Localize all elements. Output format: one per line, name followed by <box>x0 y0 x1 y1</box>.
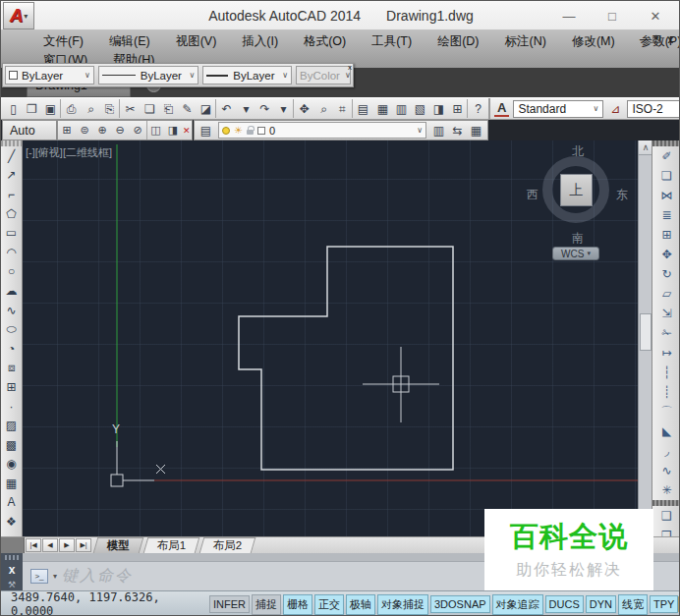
menu-item[interactable]: 格式(O) <box>291 31 359 52</box>
make-block-icon[interactable]: ⊞ <box>1 377 22 397</box>
linetype-control-dropdown[interactable]: ByLayer ∨ <box>98 66 199 84</box>
viewport-toolbar-close-button[interactable]: ✕ <box>183 126 191 136</box>
layer-properties-manager-icon[interactable]: ▤ <box>197 121 215 140</box>
single-viewport-icon[interactable]: ⊜ <box>76 121 93 140</box>
text-style-dropdown[interactable]: Standard ∨ <box>513 100 603 118</box>
menu-item[interactable]: 标注(N) <box>492 31 559 52</box>
redo-icon[interactable]: ↷ <box>255 99 274 118</box>
save-icon[interactable]: ▣ <box>41 99 60 118</box>
status-toggle-button[interactable]: 极轴 <box>346 594 375 615</box>
viewcube-east-label[interactable]: 东 <box>616 187 628 203</box>
bring-to-front-icon[interactable]: ❑ <box>652 506 680 526</box>
mirror-icon[interactable]: ⋈ <box>652 186 680 205</box>
region-icon[interactable]: ◉ <box>1 455 22 475</box>
line-icon[interactable]: ╱ <box>1 146 22 166</box>
clip-viewport-icon[interactable]: ⊘ <box>129 121 146 140</box>
blend-icon[interactable]: ∿ <box>652 461 680 480</box>
extend-icon[interactable]: ↦ <box>652 343 680 363</box>
wcs-dropdown[interactable]: WCS ▾ <box>552 247 599 260</box>
viewcube-south-label[interactable]: 南 <box>572 230 584 247</box>
explode-icon[interactable]: ✳ <box>652 480 680 500</box>
match-properties-icon[interactable]: ✎ <box>178 99 197 118</box>
layer-states-icon[interactable]: ▥ <box>429 121 448 140</box>
chamfer-icon[interactable]: ◣ <box>652 421 680 441</box>
copy-icon[interactable]: ❏ <box>652 166 680 186</box>
command-close-button[interactable]: x <box>9 563 16 577</box>
undo-caret-icon[interactable]: ▾ <box>237 99 255 118</box>
publish-icon[interactable]: ⎘ <box>100 99 119 118</box>
scroll-up-button[interactable]: ∧ <box>639 140 652 155</box>
rotate-icon[interactable]: ↻ <box>652 264 680 284</box>
vertical-scrollbar[interactable]: ∧ <box>638 140 652 536</box>
circle-icon[interactable]: ○ <box>1 262 22 282</box>
calculator-icon[interactable]: ⊞ <box>448 99 467 118</box>
layout-tab[interactable]: 模型 <box>93 537 144 553</box>
hatch-icon[interactable]: ▨ <box>1 416 22 435</box>
insert-block-icon[interactable]: ⧈ <box>1 359 22 378</box>
polygon-icon[interactable]: ⬠ <box>1 204 22 224</box>
designcenter-icon[interactable]: ▦ <box>373 99 392 118</box>
scrollbar-thumb[interactable] <box>640 313 652 351</box>
viewcube-west-label[interactable]: 西 <box>527 187 538 203</box>
block-editor-icon[interactable]: ◪ <box>197 99 215 118</box>
status-toggle-button[interactable]: 线宽 <box>618 594 648 615</box>
zoom-window-icon[interactable]: ⌗ <box>333 99 352 118</box>
minimize-button[interactable]: — <box>547 9 591 24</box>
mdi-minimize-button[interactable]: − <box>640 34 646 45</box>
drawing-canvas[interactable]: [-][俯视][二维线框] Y 北 西 东 南 上 WCS ▾ <box>23 140 638 536</box>
new-icon[interactable]: ▯ <box>4 99 23 118</box>
break-icon[interactable]: ┊ <box>652 382 680 402</box>
markup-icon[interactable]: ◨ <box>429 99 448 118</box>
lineweight-control-dropdown[interactable]: ByLayer ∨ <box>202 66 292 84</box>
layout-tab[interactable]: 布局2 <box>199 537 256 553</box>
menu-item[interactable]: 文件(F) <box>30 31 96 52</box>
command-input-placeholder[interactable]: 键入命令 <box>62 566 133 587</box>
fillet-icon[interactable]: ◞ <box>652 441 680 461</box>
menu-item[interactable]: 编辑(E) <box>96 31 163 52</box>
command-prompt-icon[interactable]: >_ <box>30 569 48 584</box>
menu-item[interactable]: 绘图(D) <box>425 31 491 52</box>
viewport-controls-label[interactable]: [-][俯视][二维线框] <box>26 145 112 160</box>
recent-commands-caret-icon[interactable]: ▾ <box>53 572 57 581</box>
zoom-realtime-icon[interactable]: ⌕ <box>314 99 333 118</box>
viewports-dialog-icon[interactable]: ⊞ <box>58 121 76 140</box>
layout-tab[interactable]: 布局1 <box>143 537 200 553</box>
redo-caret-icon[interactable]: ▾ <box>274 99 293 118</box>
status-toggle-button[interactable]: DYN <box>586 595 616 613</box>
pan-icon[interactable]: ✥ <box>293 99 314 118</box>
tab-nav-button[interactable]: ▶ <box>59 538 75 552</box>
status-toggle-button[interactable]: INFER <box>209 595 250 613</box>
polyline-icon[interactable]: ⌐ <box>1 185 22 204</box>
point-icon[interactable]: · <box>1 397 22 417</box>
convert-viewport-icon[interactable]: ◫ <box>146 121 164 140</box>
status-toggle-button[interactable]: 正交 <box>314 594 344 615</box>
layer-translate-icon[interactable]: ▦ <box>467 121 485 140</box>
spline-icon[interactable]: ∿ <box>1 301 22 320</box>
close-button[interactable]: ✕ <box>634 9 677 24</box>
array-icon[interactable]: ⊞ <box>652 225 680 245</box>
stretch-icon[interactable]: ⇲ <box>652 304 680 323</box>
viewcube-north-label[interactable]: 北 <box>572 143 584 160</box>
ellipse-icon[interactable]: ⬭ <box>1 319 22 339</box>
viewcube[interactable]: 北 西 东 南 上 WCS ▾ <box>530 146 624 262</box>
offset-icon[interactable]: ≣ <box>652 205 680 225</box>
status-toggle-button[interactable]: 对象追踪 <box>492 594 543 615</box>
cut-icon[interactable]: ✂ <box>119 99 141 118</box>
workspace-dropdown[interactable]: Auto <box>2 120 57 140</box>
tab-nav-button[interactable]: |◀ <box>26 538 41 552</box>
undo-icon[interactable]: ↶ <box>215 99 237 118</box>
subtract-viewport-icon[interactable]: ⊖ <box>111 121 129 140</box>
maximize-button[interactable]: □ <box>591 9 634 24</box>
text-style-icon[interactable]: A <box>494 100 509 117</box>
plot-icon[interactable]: ⎙ <box>60 99 82 118</box>
command-customize-icon[interactable]: ⚒ <box>8 580 16 589</box>
table-icon[interactable]: ▦ <box>1 474 22 493</box>
add-viewport-icon[interactable]: ⊕ <box>93 121 111 140</box>
tab-nav-button[interactable]: ◀ <box>42 538 58 552</box>
status-toggle-button[interactable]: 对象捕捉 <box>377 594 428 615</box>
plot-preview-icon[interactable]: ⌕ <box>82 99 100 118</box>
gradient-icon[interactable]: ▩ <box>1 435 22 455</box>
mdi-close-button[interactable]: x <box>667 34 673 45</box>
copy-clip-icon[interactable]: ❏ <box>141 99 159 118</box>
status-toggle-button[interactable]: 3DOSNAP <box>430 595 490 613</box>
